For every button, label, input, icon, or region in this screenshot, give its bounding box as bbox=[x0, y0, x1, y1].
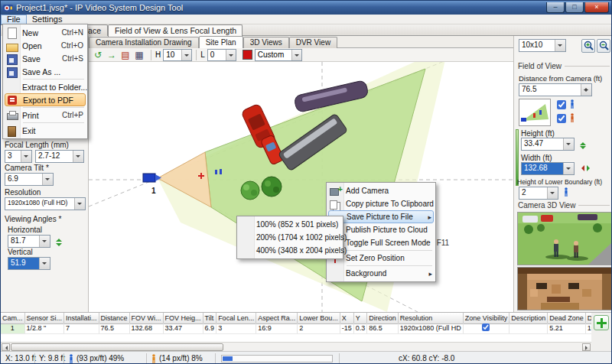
zoom-out-button[interactable] bbox=[597, 39, 610, 53]
lower-boundary-input[interactable]: 2 bbox=[519, 187, 558, 200]
increase-angle-arrow-icon[interactable] bbox=[56, 236, 62, 242]
h-select[interactable]: 10 bbox=[163, 49, 192, 61]
cell-dead-zone[interactable]: 5.21 bbox=[548, 323, 586, 333]
table-data-row[interactable]: 11/2.8 "776.5132.6833.476.9316:92-150.38… bbox=[1, 323, 591, 333]
maximize-button[interactable]: □ bbox=[565, 2, 584, 13]
cell-installati[interactable]: 7 bbox=[64, 323, 99, 333]
context-menu-item-add-camera[interactable]: Add Camera bbox=[328, 184, 434, 197]
column-header-fov-wi[interactable]: FOV Wi... bbox=[129, 313, 163, 323]
l-select[interactable]: 0 bbox=[207, 49, 236, 61]
cell-description[interactable] bbox=[509, 323, 548, 333]
file-menu-button[interactable]: File bbox=[1, 15, 27, 24]
grid-icon[interactable]: ▦ bbox=[133, 49, 145, 61]
column-header-tilt[interactable]: Tilt bbox=[203, 313, 216, 323]
column-header-description[interactable]: Description bbox=[509, 313, 548, 323]
width-input[interactable]: 132.68 bbox=[521, 162, 575, 175]
tab-field-of-view[interactable]: Field of View & Lens Focal Length bbox=[108, 24, 243, 37]
width-right-arrow-icon[interactable] bbox=[587, 165, 593, 171]
zoom-in-button[interactable] bbox=[581, 39, 595, 53]
height-up-arrow-icon[interactable] bbox=[580, 139, 586, 145]
color-scheme-select[interactable]: Custom bbox=[255, 49, 302, 61]
cell-cam[interactable]: 1 bbox=[1, 323, 24, 333]
cell-aspect-ra[interactable]: 16:9 bbox=[256, 323, 298, 333]
column-header-direction[interactable]: Direction bbox=[367, 313, 399, 323]
person-height-icon[interactable] bbox=[563, 187, 569, 197]
focal-range-select[interactable]: 2.7-12 bbox=[35, 150, 84, 163]
cell-lower-bou[interactable]: 2 bbox=[298, 323, 340, 333]
spinner-arrows-icon[interactable] bbox=[581, 84, 591, 96]
rotate-icon[interactable]: ↺ bbox=[92, 49, 104, 61]
pan-arrow-icon[interactable]: → bbox=[106, 49, 118, 61]
column-header-y[interactable]: Y bbox=[353, 313, 367, 323]
cell-direction[interactable]: 86.5 bbox=[367, 323, 399, 333]
cell-resolution[interactable]: 1920x1080 (Full HD bbox=[398, 323, 463, 333]
camera-marker[interactable] bbox=[143, 174, 161, 182]
column-header-resolution[interactable]: Resolution bbox=[398, 313, 463, 323]
tab-site-plan[interactable]: Site Plan bbox=[199, 36, 243, 48]
submenu-menu-item-200-1704-x-1002-pixels[interactable]: 200% (1704 x 1002 pixels) bbox=[239, 231, 341, 244]
submenu-menu-item-400-3408-x-2004-pixels[interactable]: 400% (3408 x 2004 pixels) bbox=[239, 244, 341, 257]
vertical-angle-input[interactable]: 51.9 bbox=[8, 257, 50, 270]
close-button[interactable]: × bbox=[584, 2, 609, 13]
image-icon[interactable]: ▤ bbox=[119, 49, 132, 61]
focal-length-select[interactable]: 3 bbox=[5, 150, 32, 163]
column-header-installati[interactable]: Installati... bbox=[64, 313, 99, 323]
color-swatch[interactable] bbox=[243, 50, 252, 60]
scrollbar-thumb[interactable] bbox=[11, 343, 223, 351]
context-menu-item-copy-picture-to-clipboard[interactable]: Copy picture To Clipboard bbox=[328, 197, 434, 210]
cell-distance[interactable]: 76.5 bbox=[99, 323, 129, 333]
show-person-near-checkbox[interactable] bbox=[557, 100, 566, 109]
column-header-distance[interactable]: Distance bbox=[99, 313, 129, 323]
column-header-focal-len[interactable]: Focal Len... bbox=[216, 313, 256, 323]
scroll-right-arrow-icon[interactable] bbox=[582, 343, 591, 351]
cell-zone-visibility[interactable] bbox=[463, 323, 509, 333]
file-menu-item-extract-to-folder[interactable]: Extract to Folder... bbox=[5, 80, 86, 93]
height-input[interactable]: 33.47 bbox=[521, 138, 575, 151]
settings-menu-button[interactable]: Settings bbox=[27, 15, 68, 24]
column-header-fov-heig[interactable]: FOV Heig... bbox=[163, 313, 203, 323]
status-zoom-thumb[interactable] bbox=[223, 356, 233, 361]
cell-fov-wi[interactable]: 132.68 bbox=[129, 323, 163, 333]
minimize-button[interactable]: – bbox=[546, 2, 565, 13]
cell-focal-len[interactable]: 3 bbox=[216, 323, 256, 333]
site-plan-canvas[interactable]: 1 bbox=[89, 62, 513, 312]
distance-from-camera-input[interactable]: 76.5 bbox=[519, 83, 592, 96]
width-left-arrow-icon[interactable] bbox=[578, 165, 584, 171]
camera-tilt-input[interactable]: 6.9 bbox=[5, 173, 54, 186]
file-menu-item-save-as[interactable]: Save As ... bbox=[5, 65, 86, 78]
cell-x[interactable]: -15 bbox=[340, 323, 353, 333]
horizontal-scrollbar[interactable] bbox=[1, 342, 591, 351]
tab-camera-installation-drawing[interactable]: Camera Installation Drawing bbox=[89, 37, 199, 48]
column-header-aspect-ra[interactable]: Aspect Ra... bbox=[256, 313, 298, 323]
file-menu-item-open[interactable]: OpenCtrl+O bbox=[5, 39, 86, 52]
file-menu-item-exit[interactable]: Exit bbox=[5, 124, 86, 137]
resolution-select[interactable]: 1920x1080 (Full HD) bbox=[5, 197, 86, 210]
show-person-far-checkbox[interactable] bbox=[557, 114, 566, 123]
column-header-lower-bou[interactable]: Lower Bou... bbox=[298, 313, 340, 323]
context-menu-item-save-picture-to-file[interactable]: Save Picture to File▸ bbox=[328, 210, 434, 223]
submenu-menu-item-100-852-x-501-pixels[interactable]: 100% (852 x 501 pixels) bbox=[239, 218, 341, 231]
context-menu-item-background[interactable]: Background▸ bbox=[328, 267, 434, 280]
tab-3d-views[interactable]: 3D Views bbox=[243, 37, 289, 48]
file-menu-item-save[interactable]: SaveCtrl+S bbox=[5, 52, 86, 65]
status-zoom-track[interactable] bbox=[221, 355, 333, 362]
column-header-sensor-si[interactable]: Sensor Si... bbox=[24, 313, 64, 323]
column-header-zone-visibility[interactable]: Zone Visibility bbox=[463, 313, 509, 323]
column-header-cam[interactable]: Cam... bbox=[1, 313, 24, 323]
cell-tilt[interactable]: 6.9 bbox=[203, 323, 216, 333]
tab-dvr-view[interactable]: DVR View bbox=[289, 37, 337, 48]
column-header-dead-zone-width[interactable]: Dead Zone Width bbox=[585, 313, 591, 323]
file-menu-item-print[interactable]: PrintCtrl+P bbox=[5, 109, 86, 122]
file-menu-item-export-to-pdf[interactable]: Export to PDF bbox=[5, 93, 86, 106]
scroll-left-arrow-icon[interactable] bbox=[2, 343, 10, 351]
add-camera-button[interactable] bbox=[594, 315, 609, 330]
file-menu-item-new[interactable]: NewCtrl+N bbox=[5, 26, 86, 39]
cell-fov-heig[interactable]: 33.47 bbox=[163, 323, 203, 333]
cell-dead-zone-width[interactable]: 10.17 bbox=[585, 323, 591, 333]
cell-sensor-si[interactable]: 1/2.8 " bbox=[24, 323, 64, 333]
column-header-dead-zone[interactable]: Dead Zone bbox=[548, 313, 586, 323]
zone-visibility-checkbox[interactable] bbox=[482, 323, 490, 331]
decrease-angle-arrow-icon[interactable] bbox=[56, 243, 62, 249]
height-down-arrow-icon[interactable] bbox=[580, 146, 586, 152]
grid-size-select[interactable]: 10x10 bbox=[519, 39, 566, 52]
